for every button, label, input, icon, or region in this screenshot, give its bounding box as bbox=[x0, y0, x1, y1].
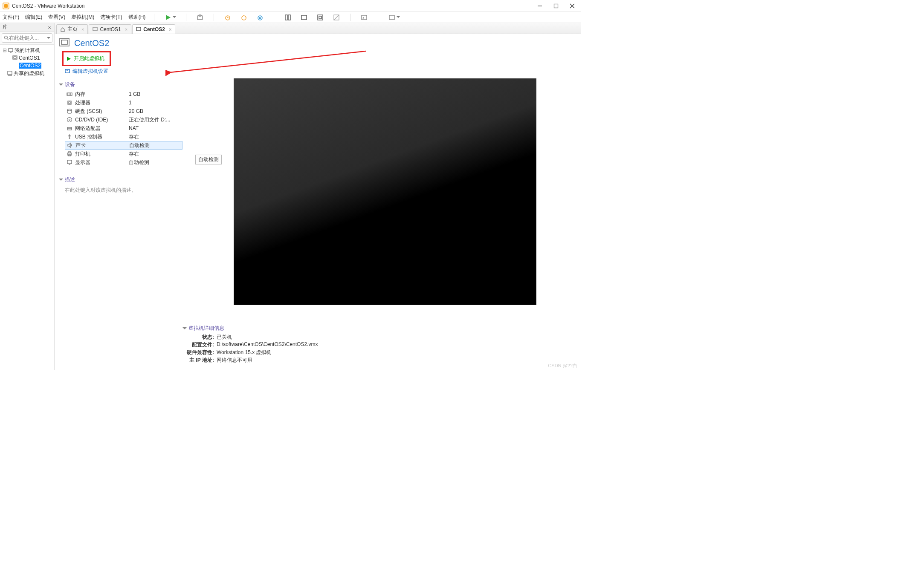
device-label: 声卡 bbox=[75, 142, 86, 149]
menu-file[interactable]: 文件(F) bbox=[3, 14, 19, 21]
tab-close-icon[interactable]: × bbox=[81, 27, 84, 32]
svg-line-26 bbox=[7, 39, 9, 40]
devices-header[interactable]: 设备 bbox=[59, 81, 182, 88]
device-value: 自动检测 bbox=[129, 159, 149, 166]
device-row[interactable]: 硬盘 (SCSI)20 GB bbox=[65, 107, 182, 115]
description-header[interactable]: 描述 bbox=[59, 176, 182, 183]
stretch-button[interactable] bbox=[387, 13, 401, 22]
sidebar-header: 库 bbox=[0, 23, 54, 32]
chevron-down-icon bbox=[182, 327, 187, 331]
tree-shared[interactable]: 共享的虚拟机 bbox=[0, 69, 54, 77]
revert-button[interactable] bbox=[223, 13, 233, 22]
details-key: 配置文件: bbox=[182, 341, 214, 349]
tree-root[interactable]: ⊟ 我的计算机 bbox=[0, 46, 54, 54]
play-icon bbox=[66, 56, 71, 61]
power-on-button[interactable] bbox=[163, 13, 177, 22]
svg-rect-55 bbox=[67, 160, 72, 164]
close-button[interactable] bbox=[568, 2, 576, 10]
device-row[interactable]: 处理器1 bbox=[65, 98, 182, 107]
separator bbox=[154, 14, 154, 21]
device-row[interactable]: CD/DVD (IDE)正在使用文件 D:... bbox=[65, 115, 182, 124]
vm-title: CentOS2 bbox=[74, 38, 109, 48]
vm-icon bbox=[12, 55, 18, 61]
usb-icon bbox=[67, 134, 72, 140]
menu-tabs[interactable]: 选项卡(T) bbox=[100, 14, 122, 21]
svg-rect-18 bbox=[318, 15, 323, 20]
sound-icon bbox=[67, 142, 73, 148]
svg-rect-27 bbox=[9, 49, 13, 52]
tab-home[interactable]: 主页 × bbox=[56, 24, 88, 34]
power-on-vm-link[interactable]: 开启此虚拟机 bbox=[64, 54, 106, 63]
vm-screen-preview[interactable] bbox=[234, 78, 536, 305]
device-row[interactable]: 打印机存在 bbox=[65, 150, 182, 158]
separator bbox=[378, 14, 378, 21]
tabstrip: 主页 × CentOS1 × CentOS2 × bbox=[55, 23, 581, 34]
menu-view[interactable]: 查看(V) bbox=[48, 14, 65, 21]
tab-centos2[interactable]: CentOS2 × bbox=[132, 24, 175, 34]
device-row[interactable]: 网络适配器NAT bbox=[65, 124, 182, 133]
device-row[interactable]: USB 控制器存在 bbox=[65, 133, 182, 141]
titlebar: CentOS2 - VMware Workstation bbox=[0, 0, 581, 12]
svg-rect-36 bbox=[136, 27, 141, 31]
svg-point-12 bbox=[242, 16, 246, 20]
tree-collapse-icon[interactable]: ⊟ bbox=[3, 47, 7, 53]
svg-rect-38 bbox=[61, 40, 67, 44]
watermark: CSDN @??白 bbox=[548, 363, 577, 369]
svg-rect-15 bbox=[285, 15, 287, 20]
device-value: 存在 bbox=[129, 133, 139, 141]
edit-settings-link[interactable]: 编辑虚拟机设置 bbox=[63, 67, 576, 76]
device-label: 网络适配器 bbox=[75, 125, 101, 132]
device-row[interactable]: 显示器自动检测 bbox=[65, 158, 182, 167]
view-single-button[interactable] bbox=[283, 13, 293, 22]
device-label: 打印机 bbox=[75, 150, 90, 158]
details-value: 已关机 bbox=[217, 334, 232, 341]
details-header[interactable]: 虚拟机详细信息 bbox=[182, 325, 576, 332]
annotation-box: 开启此虚拟机 bbox=[62, 51, 111, 66]
vm-icon bbox=[93, 27, 98, 32]
device-value: 自动检测 bbox=[129, 142, 150, 149]
svg-rect-46 bbox=[69, 102, 70, 104]
device-row[interactable]: 声卡自动检测 bbox=[65, 141, 182, 150]
tab-close-icon[interactable]: × bbox=[125, 27, 127, 32]
description-placeholder[interactable]: 在此处键入对该虚拟机的描述。 bbox=[65, 185, 182, 196]
minimize-button[interactable] bbox=[536, 2, 544, 10]
tab-centos1[interactable]: CentOS1 × bbox=[89, 24, 131, 34]
snapshot-button[interactable] bbox=[195, 13, 205, 22]
snapshot-manager-button[interactable] bbox=[239, 13, 249, 22]
menu-edit[interactable]: 编辑(E) bbox=[25, 14, 42, 21]
unity-button[interactable] bbox=[331, 13, 342, 22]
sidebar-search[interactable] bbox=[2, 33, 52, 43]
device-row[interactable]: 内存1 GB bbox=[65, 90, 182, 98]
cpu-icon bbox=[67, 100, 72, 106]
manage-button[interactable] bbox=[255, 13, 265, 22]
search-input[interactable] bbox=[9, 35, 39, 41]
separator bbox=[274, 14, 274, 21]
device-value: 20 GB bbox=[129, 108, 143, 114]
tree-vm-centos2[interactable]: CentOS2 bbox=[0, 62, 54, 69]
maximize-button[interactable] bbox=[552, 2, 560, 10]
details-value: D:\software\CentOS\CentOS2\CentOS2.vmx bbox=[217, 341, 318, 349]
svg-marker-39 bbox=[67, 57, 71, 61]
menu-help[interactable]: 帮助(H) bbox=[128, 14, 146, 21]
tab-close-icon[interactable]: × bbox=[169, 27, 171, 32]
fullscreen-button[interactable] bbox=[315, 13, 325, 22]
search-icon bbox=[4, 35, 9, 40]
svg-rect-1 bbox=[4, 4, 8, 8]
sidebar-close-icon[interactable] bbox=[47, 25, 52, 29]
separator bbox=[214, 14, 214, 21]
svg-marker-6 bbox=[166, 15, 171, 20]
console-button[interactable] bbox=[359, 13, 369, 22]
tab-label: 主页 bbox=[67, 26, 78, 33]
chevron-down-icon[interactable] bbox=[47, 37, 50, 40]
device-label: 内存 bbox=[75, 91, 85, 98]
svg-point-14 bbox=[259, 17, 261, 19]
details-key: 主 IP 地址: bbox=[182, 357, 214, 364]
shared-icon bbox=[7, 70, 13, 76]
view-multi-button[interactable] bbox=[299, 13, 309, 22]
window-title: CentOS2 - VMware Workstation bbox=[12, 3, 536, 9]
device-label: 处理器 bbox=[75, 99, 90, 107]
svg-point-48 bbox=[67, 118, 72, 122]
tree-vm-centos1[interactable]: CentOS1 bbox=[0, 54, 54, 62]
menu-vm[interactable]: 虚拟机(M) bbox=[71, 14, 94, 21]
device-value: NAT bbox=[129, 125, 139, 131]
